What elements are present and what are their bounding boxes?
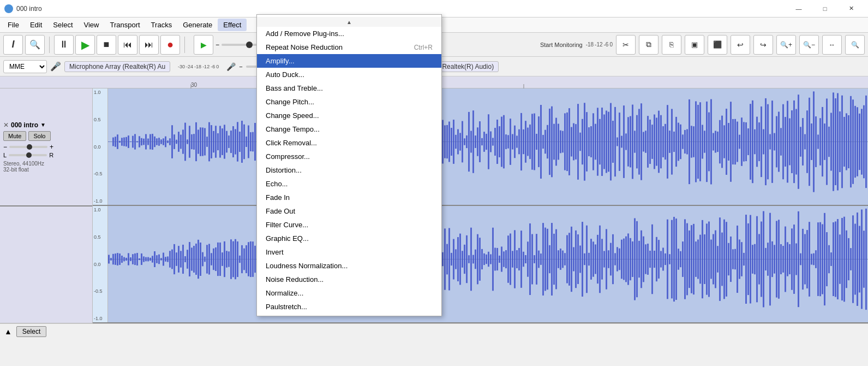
svg-rect-584 <box>606 229 607 289</box>
menu-item-fade-in[interactable]: Fade In <box>257 191 441 204</box>
menu-item-amplify-[interactable]: Amplify... <box>257 54 441 68</box>
menu-effect[interactable]: Effect <box>218 19 247 31</box>
svg-rect-199 <box>529 125 531 159</box>
zoom-in-button[interactable]: 🔍+ <box>776 35 796 55</box>
ibeam-tool-button[interactable]: I <box>3 35 23 55</box>
menu-select[interactable]: Select <box>47 19 78 31</box>
menu-file[interactable]: File <box>2 19 25 31</box>
mute-button[interactable]: Mute <box>3 131 26 141</box>
svg-rect-600 <box>640 231 642 288</box>
svg-rect-62 <box>230 131 232 153</box>
svg-rect-414 <box>235 239 236 280</box>
gain-slider[interactable] <box>9 146 47 148</box>
track-close-button[interactable]: ✕ <box>3 121 9 129</box>
menu-item-filter-curve-[interactable]: Filter Curve... <box>257 218 441 232</box>
svg-rect-247 <box>634 131 636 152</box>
mic-volume-icon: 🎤 <box>226 62 236 71</box>
svg-rect-209 <box>551 107 553 178</box>
menu-item-graphic-eq-[interactable]: Graphic EQ... <box>257 232 441 245</box>
svg-rect-626 <box>697 239 699 279</box>
menu-item-echo-[interactable]: Echo... <box>257 177 441 191</box>
gain-plus-icon[interactable]: + <box>50 143 53 151</box>
svg-rect-9 <box>115 137 116 147</box>
menu-item-change-pitch-[interactable]: Change Pitch... <box>257 95 441 109</box>
menu-item-bass-and-treble-[interactable]: Bass and Treble... <box>257 81 441 95</box>
svg-rect-680 <box>815 250 817 268</box>
svg-rect-336 <box>828 127 830 157</box>
svg-rect-341 <box>839 111 841 172</box>
skip-end-button[interactable]: ⏭ <box>139 35 159 55</box>
menu-item-invert[interactable]: Invert <box>257 245 441 259</box>
svg-rect-24 <box>147 139 149 145</box>
menu-item-loudness-normalization-[interactable]: Loudness Normalization... <box>257 259 441 273</box>
maximize-button[interactable]: □ <box>812 0 837 17</box>
svg-rect-533 <box>494 248 496 271</box>
stop-button[interactable]: ■ <box>97 35 116 55</box>
menu-item-fade-out[interactable]: Fade Out <box>257 204 441 218</box>
svg-rect-58 <box>222 128 223 155</box>
device-type-select[interactable]: MME <box>3 60 47 73</box>
undo-button[interactable]: ↩ <box>731 35 750 55</box>
svg-rect-671 <box>795 244 797 275</box>
zoom-tool-button[interactable]: 🔍 <box>25 35 45 55</box>
play-button[interactable]: ▶ <box>75 35 95 55</box>
paste-button[interactable]: ⎘ <box>662 35 681 55</box>
zoom-sel-button[interactable]: 🔍 <box>845 35 865 55</box>
gain-minus-icon[interactable]: − <box>3 143 7 151</box>
menu-item-repeat-noise-reduction[interactable]: Repeat Noise ReductionCtrl+R <box>257 40 441 54</box>
menu-item-change-speed-[interactable]: Change Speed... <box>257 109 441 122</box>
pause-button[interactable]: ⏸ <box>54 35 74 55</box>
minimize-button[interactable]: — <box>786 0 811 17</box>
svg-rect-229 <box>595 124 596 160</box>
zoom-fit-button[interactable]: ↔ <box>822 35 842 55</box>
copy-button[interactable]: ⧉ <box>639 35 659 55</box>
svg-rect-243 <box>625 133 627 150</box>
menu-item-label: Loudness Normalization... <box>266 262 348 270</box>
menu-item-compressor-[interactable]: Compressor... <box>257 150 441 163</box>
track-dropdown-button[interactable]: ▼ <box>40 122 46 128</box>
scale-0.5: 0.5 <box>94 117 106 122</box>
close-button[interactable]: ✕ <box>839 0 864 17</box>
svg-rect-595 <box>630 238 631 280</box>
menu-item-distortion-[interactable]: Distortion... <box>257 163 441 177</box>
svg-rect-240 <box>619 113 620 171</box>
pan-slider[interactable] <box>9 154 47 156</box>
svg-rect-556 <box>544 228 546 291</box>
redo-button[interactable]: ↪ <box>753 35 773 55</box>
menu-edit[interactable]: Edit <box>25 19 47 31</box>
menu-item-label: Fade Out <box>266 207 295 215</box>
menu-item-noise-reduction-[interactable]: Noise Reduction... <box>257 273 441 286</box>
menu-item-paulstretch-[interactable]: Paulstretch... <box>257 300 441 314</box>
app-icon <box>4 4 13 13</box>
menu-generate[interactable]: Generate <box>177 19 218 31</box>
svg-rect-360 <box>117 253 118 265</box>
silence-button[interactable]: ⬛ <box>708 35 727 55</box>
skip-start-button[interactable]: ⏮ <box>118 35 137 55</box>
svg-rect-598 <box>636 221 638 297</box>
menu-transport[interactable]: Transport <box>104 19 145 31</box>
trim-button[interactable]: ▣ <box>685 35 704 55</box>
menu-item-auto-duck-[interactable]: Auto Duck... <box>257 68 441 81</box>
svg-rect-202 <box>536 134 537 150</box>
svg-rect-324 <box>802 118 804 166</box>
menu-item-click-removal-[interactable]: Click Removal... <box>257 136 441 150</box>
record-button[interactable]: ● <box>160 35 180 55</box>
status-arrow-button[interactable]: ▲ <box>4 327 12 336</box>
select-tool-button[interactable]: Select <box>16 326 46 337</box>
menu-item-add-remove-plug-ins-[interactable]: Add / Remove Plug-ins... <box>257 27 441 40</box>
zoom-out-button[interactable]: 🔍− <box>799 35 819 55</box>
menu-tracks[interactable]: Tracks <box>146 19 178 31</box>
menu-view[interactable]: View <box>79 19 105 31</box>
play-at-speed-button[interactable]: ▶ <box>194 35 213 55</box>
svg-rect-285 <box>717 132 719 152</box>
solo-button[interactable]: Solo <box>28 131 50 141</box>
svg-rect-61 <box>228 135 230 148</box>
svg-rect-658 <box>767 243 769 276</box>
menu-scroll-up[interactable]: ▲ <box>257 17 441 27</box>
menu-item-normalize-[interactable]: Normalize... <box>257 286 441 300</box>
cut-button[interactable]: ✂ <box>616 35 636 55</box>
svg-rect-614 <box>671 220 673 299</box>
svg-rect-170 <box>466 135 468 148</box>
menu-item-change-tempo-[interactable]: Change Tempo... <box>257 122 441 136</box>
start-monitoring-label[interactable]: Start Monitoring <box>540 42 583 48</box>
